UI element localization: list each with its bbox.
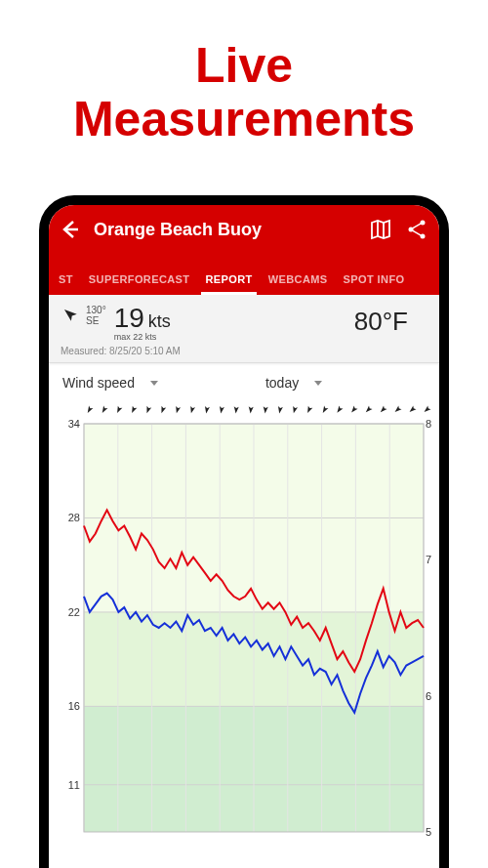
svg-text:6: 6 <box>426 690 431 702</box>
selectors-row: Wind speed today <box>49 363 439 396</box>
share-icon[interactable] <box>406 218 429 241</box>
wind-dir-arrow-icon <box>378 403 389 415</box>
svg-text:8: 8 <box>426 418 431 430</box>
svg-text:16: 16 <box>68 700 80 712</box>
svg-text:28: 28 <box>68 512 80 523</box>
chart-svg[interactable]: 34282216118765 <box>49 418 439 838</box>
wind-dir-text: 130° SE <box>86 305 106 326</box>
chart: 34282216118765 <box>49 400 439 838</box>
measured-label: Measured: 8/25/20 5:10 AM <box>61 346 427 356</box>
wind-dir-arrow-icon <box>422 403 433 415</box>
wind-dir-arrow-icon <box>363 403 375 415</box>
range-selector[interactable]: today <box>265 375 322 391</box>
temp-block: 80°F <box>354 303 427 337</box>
wind-dir-arrow-icon <box>304 403 315 415</box>
svg-text:11: 11 <box>68 779 80 791</box>
promo-line1: Live <box>195 38 293 93</box>
svg-rect-4 <box>411 229 424 237</box>
page-title: Orange Beach Buoy <box>94 220 355 240</box>
wind-arrow-icon <box>61 305 82 326</box>
tab-report[interactable]: REPORT <box>197 264 260 295</box>
tab-forecast-truncated[interactable]: ST <box>51 264 81 295</box>
wind-dir-arrow-icon <box>128 403 140 415</box>
wind-dir-arrow-icon <box>274 403 286 415</box>
tab-webcams[interactable]: WEBCAMS <box>261 264 336 295</box>
wind-dir-arrow-icon <box>319 403 331 415</box>
wind-dir-arrows-row <box>49 400 439 418</box>
wind-max: max 22 kts <box>114 332 171 342</box>
wind-dir-arrow-icon <box>392 403 404 415</box>
tab-superforecast[interactable]: SUPERFORECAST <box>81 264 198 295</box>
svg-text:22: 22 <box>68 606 80 618</box>
wind-dir-arrow-icon <box>186 403 198 415</box>
app-header: Orange Beach Buoy <box>49 205 439 254</box>
wind-dir-card: SE <box>86 315 106 326</box>
wind-dir-arrow-icon <box>99 403 110 415</box>
wind-dir-arrow-icon <box>334 403 346 415</box>
wind-speed-block: 19 kts max 22 kts <box>114 303 171 342</box>
svg-text:34: 34 <box>68 418 80 430</box>
phone-frame: Orange Beach Buoy ST SUPERFORECAST REPOR… <box>39 195 449 868</box>
wind-dir-arrow-icon <box>260 403 271 415</box>
temp-value: 80°F <box>354 307 408 336</box>
wind-dir-arrow-icon <box>172 403 183 415</box>
tab-spotinfo[interactable]: SPOT INFO <box>336 264 413 295</box>
wind-dir-deg: 130° <box>86 305 106 315</box>
svg-text:5: 5 <box>426 826 431 838</box>
back-arrow-icon[interactable] <box>59 218 82 241</box>
map-icon[interactable] <box>369 218 392 241</box>
chevron-down-icon <box>150 381 158 386</box>
svg-text:7: 7 <box>426 554 431 565</box>
wind-dir-arrow-icon <box>84 403 96 415</box>
wind-dir-block: 130° SE <box>61 305 106 326</box>
wind-dir-arrow-icon <box>407 403 419 415</box>
wind-dir-arrow-icon <box>245 403 257 415</box>
svg-rect-3 <box>411 222 424 229</box>
chevron-down-icon <box>314 381 322 386</box>
wind-dir-arrow-icon <box>113 403 125 415</box>
range-selector-label: today <box>265 375 299 391</box>
summary-top-row: 130° SE 19 kts max 22 kts 80°F <box>61 303 427 342</box>
wind-dir-arrow-icon <box>348 403 360 415</box>
metric-selector[interactable]: Wind speed <box>62 375 158 391</box>
wind-unit: kts <box>148 311 171 332</box>
summary-card: 130° SE 19 kts max 22 kts 80°F Measured:… <box>49 295 439 363</box>
wind-dir-arrow-icon <box>157 403 169 415</box>
wind-dir-arrow-icon <box>142 403 154 415</box>
wind-dir-arrow-icon <box>230 403 242 415</box>
metric-selector-label: Wind speed <box>62 375 135 391</box>
wind-dir-arrow-icon <box>289 403 301 415</box>
tabs: ST SUPERFORECAST REPORT WEBCAMS SPOT INF… <box>49 254 439 295</box>
wind-dir-arrow-icon <box>216 403 227 415</box>
wind-dir-arrow-icon <box>201 403 213 415</box>
phone-inner: Orange Beach Buoy ST SUPERFORECAST REPOR… <box>49 205 439 868</box>
wind-value: 19 <box>114 303 144 334</box>
promo-title: Live Measurements <box>0 0 488 176</box>
promo-line2: Measurements <box>73 92 415 146</box>
